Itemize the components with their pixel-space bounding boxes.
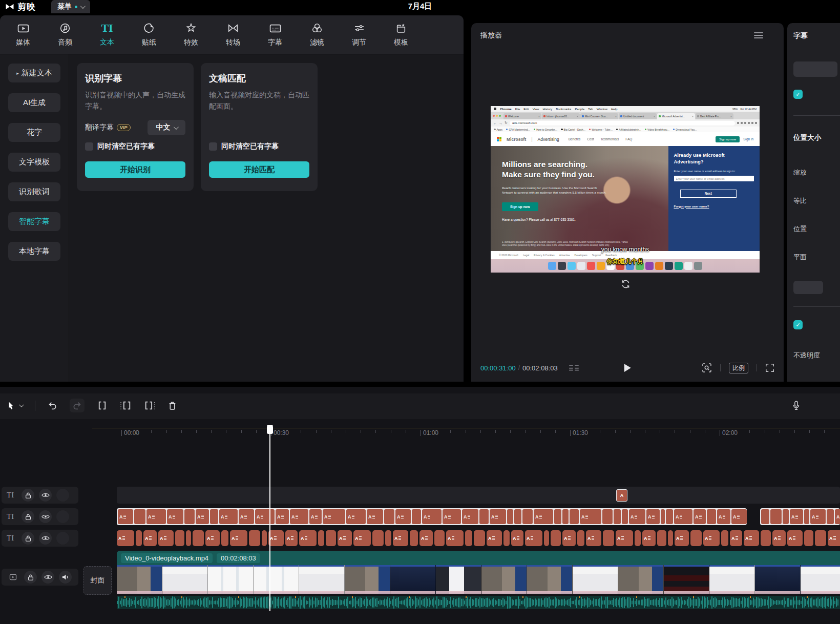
style-preset-box[interactable] — [793, 61, 837, 77]
subtitle-clip[interactable] — [514, 509, 521, 524]
track-option-blank[interactable] — [56, 489, 69, 502]
subtitle-clip[interactable]: A — [230, 530, 247, 546]
subtitle-clip[interactable] — [465, 530, 472, 546]
subtitle-clip[interactable]: A — [646, 509, 660, 524]
close-tab-icon[interactable]: × — [577, 115, 578, 118]
subtitle-clip[interactable]: A — [810, 509, 826, 524]
subtitle-clip[interactable] — [318, 530, 324, 546]
subtitle-clip[interactable]: A — [422, 509, 442, 524]
subtitle-clip[interactable] — [522, 509, 533, 524]
text-track-2[interactable]: AAAAAAAAAAAAAAAAAAAAAAAAAAAAA — [117, 508, 840, 525]
subtitle-clip[interactable]: A — [787, 530, 803, 546]
value-box[interactable] — [793, 281, 823, 294]
subtitle-clip[interactable]: A — [276, 509, 289, 524]
footer-link[interactable]: © 2020 Microsoft — [499, 254, 518, 257]
tab-audio[interactable]: 音频 — [44, 22, 86, 47]
subtitle-clip[interactable] — [503, 530, 510, 546]
subtitle-clip[interactable] — [551, 530, 561, 546]
subtitle-clip[interactable] — [815, 530, 826, 546]
subtitle-clip[interactable]: A — [323, 509, 345, 524]
subtitle-clip[interactable] — [668, 530, 673, 546]
subtitle-clip[interactable] — [783, 509, 789, 524]
trim-left-button[interactable] — [120, 401, 132, 410]
subtitle-clip[interactable]: A — [629, 509, 645, 524]
subtitle-clip[interactable]: A — [117, 530, 134, 546]
subtitle-clip[interactable] — [326, 530, 336, 546]
tab-effect[interactable]: 特效 — [170, 22, 212, 47]
subtitle-clip[interactable] — [614, 509, 621, 524]
sidebar-item[interactable]: 识别歌词 — [8, 182, 60, 201]
subtitle-clip[interactable]: A — [309, 509, 322, 524]
subtitle-clip[interactable]: A — [462, 509, 478, 524]
close-tab-icon[interactable]: × — [654, 115, 655, 118]
trim-right-button[interactable] — [144, 401, 156, 410]
subtitle-clip[interactable] — [827, 509, 834, 524]
subtitle-clip[interactable]: A — [828, 530, 840, 546]
subtitle-clip[interactable] — [603, 530, 614, 546]
subtitle-clip[interactable] — [661, 509, 665, 524]
start-recognize-button[interactable]: 开始识别 — [85, 161, 185, 178]
subtitle-clip[interactable]: A — [285, 530, 298, 546]
tab-filter[interactable]: 滤镜 — [296, 22, 338, 47]
subtitle-clip[interactable]: A — [674, 509, 692, 524]
subtitle-clip[interactable]: A — [167, 509, 183, 524]
hero-signup-button[interactable]: Sign up now — [502, 202, 538, 211]
browser-tab[interactable]: Welcome× — [503, 113, 541, 119]
footer-link[interactable]: Advertise — [559, 254, 570, 257]
subtitle-clip[interactable]: A — [419, 530, 433, 546]
subtitle-clip[interactable] — [412, 509, 421, 524]
subtitle-clip[interactable]: A — [196, 509, 209, 524]
subtitle-clip[interactable]: A — [717, 509, 730, 524]
redo-button[interactable] — [70, 399, 85, 412]
subtitle-clip[interactable]: A — [158, 530, 174, 546]
subtitle-clip[interactable]: A — [731, 509, 747, 524]
footer-link[interactable]: Support — [592, 254, 601, 257]
subtitle-clip[interactable] — [657, 530, 666, 546]
playhead-pin[interactable] — [267, 425, 273, 434]
browser-tab[interactable]: Best Affiliate Pro...× — [696, 113, 733, 119]
site-nav-link[interactable]: Testimonials — [601, 137, 619, 141]
video-clip[interactable]: Video_0-videoplayback.mp4 00:02:08:03 — [117, 551, 840, 611]
text-track-3[interactable]: AAAAAAAAAAAAAAAAAAAAAAAAAAA — [117, 530, 840, 547]
subtitle-clip[interactable] — [385, 530, 391, 546]
subtitle-clip[interactable] — [507, 509, 513, 524]
subtitle-clip[interactable]: A — [346, 509, 366, 524]
frame-preview-icon[interactable] — [702, 363, 712, 373]
next-button[interactable]: Next — [680, 190, 737, 198]
ratio-button[interactable]: 比例 — [729, 363, 748, 373]
apply-checkbox[interactable]: ✓ — [793, 320, 803, 329]
signin-link[interactable]: Sign in — [743, 137, 753, 141]
subtitle-clip[interactable] — [186, 530, 191, 546]
reload-icon[interactable]: ↻ — [505, 121, 508, 125]
subtitle-clip[interactable]: A — [219, 509, 238, 524]
subtitle-clip[interactable]: A — [395, 509, 411, 524]
toggle-visibility-icon[interactable] — [41, 571, 54, 584]
text-clip[interactable]: A — [616, 489, 627, 502]
footer-link[interactable]: Privacy & Cookies — [534, 254, 555, 257]
clear-existing-checkbox[interactable] — [209, 142, 217, 151]
delete-button[interactable] — [168, 401, 177, 410]
bookmark-item[interactable]: CPA Mastermind... — [506, 128, 530, 131]
subtitle-clip[interactable] — [210, 509, 218, 524]
subtitle-group[interactable]: AAA — [760, 508, 840, 525]
subtitle-clip[interactable]: A — [772, 530, 786, 546]
tab-adjust[interactable]: 调节 — [338, 22, 380, 47]
subtitle-clip[interactable] — [804, 509, 809, 524]
subtitle-clip[interactable]: A — [534, 509, 553, 524]
subtitle-clip[interactable] — [136, 530, 142, 546]
track-option-blank[interactable] — [56, 510, 69, 523]
username-field[interactable] — [674, 176, 754, 181]
select-tool-button[interactable] — [7, 401, 23, 410]
subtitle-clip[interactable] — [134, 509, 145, 524]
subtitle-clip[interactable] — [635, 530, 641, 546]
subtitle-clip[interactable]: A — [675, 530, 689, 546]
subtitle-clip[interactable]: A — [367, 509, 383, 524]
subtitle-clip[interactable] — [707, 509, 716, 524]
language-dropdown[interactable]: 中文 — [148, 120, 185, 135]
sidebar-item[interactable]: ▸新建文本 — [8, 64, 60, 82]
toggle-visibility-icon[interactable] — [39, 532, 52, 545]
subtitle-clip[interactable] — [384, 509, 394, 524]
subtitle-clip[interactable]: A — [239, 509, 254, 524]
subtitle-clip[interactable]: A — [338, 530, 352, 546]
bookmark-item[interactable]: Affiliateclubtrainin... — [616, 128, 641, 131]
